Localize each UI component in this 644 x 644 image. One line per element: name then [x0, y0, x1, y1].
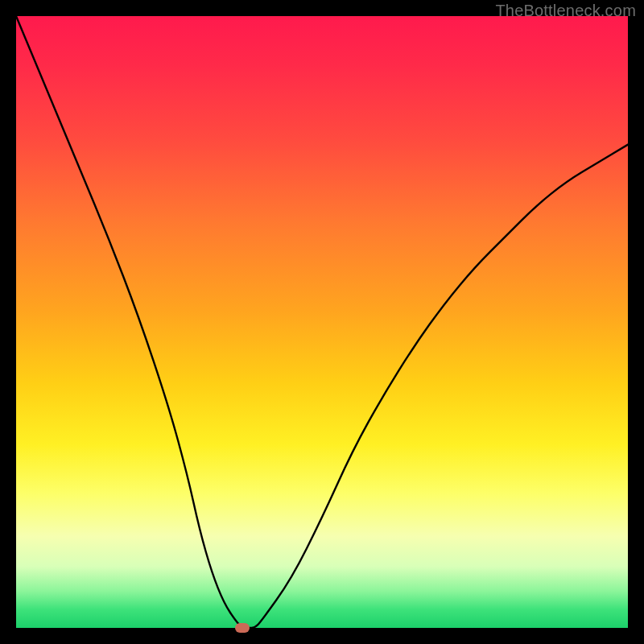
curve-layer [16, 16, 628, 628]
watermark-text: TheBottleneck.com [495, 2, 636, 20]
plot-area [16, 16, 628, 628]
chart-frame: TheBottleneck.com [0, 0, 644, 644]
bottleneck-curve-path [16, 16, 628, 628]
optimum-marker [235, 623, 250, 633]
